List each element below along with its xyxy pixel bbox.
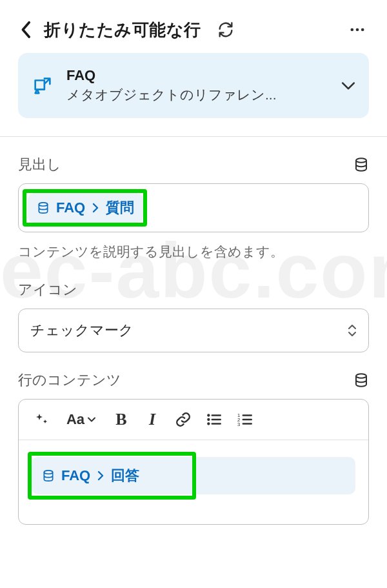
bold-icon: B	[115, 410, 126, 429]
chevron-right-icon	[92, 203, 99, 213]
svg-point-2	[361, 28, 364, 32]
more-horizontal-icon	[348, 21, 366, 39]
bullet-list-icon	[206, 411, 223, 428]
database-icon	[42, 469, 55, 482]
link-icon	[175, 411, 192, 428]
content-dynamic-pill[interactable]: FAQ 回答	[32, 457, 355, 494]
sparkle-icon	[34, 412, 49, 427]
select-chevrons-icon	[348, 324, 357, 337]
metaobject-reference-card[interactable]: FAQ メタオブジェクトのリファレン...	[18, 53, 369, 118]
bold-button[interactable]: B	[108, 406, 135, 433]
pill-source: FAQ	[56, 199, 85, 216]
svg-point-8	[207, 422, 210, 425]
italic-icon: I	[149, 410, 155, 429]
svg-point-6	[207, 414, 210, 416]
richtext-toolbar: Aa B I 123	[19, 400, 368, 440]
metaobject-icon	[32, 75, 54, 97]
paragraph-style-button[interactable]: Aa	[59, 406, 104, 433]
svg-point-1	[356, 28, 359, 32]
database-icon	[353, 372, 369, 388]
bullet-list-button[interactable]	[201, 406, 228, 433]
icon-field: アイコン チェックマーク	[18, 280, 369, 352]
svg-point-12	[44, 470, 52, 473]
svg-point-3	[356, 158, 366, 162]
content-field: 行のコンテンツ Aa B I	[18, 370, 369, 525]
icon-select[interactable]: チェックマーク	[18, 309, 369, 352]
icon-label: アイコン	[18, 280, 77, 299]
database-icon	[37, 201, 50, 214]
chevron-down-icon	[87, 416, 96, 423]
heading-input[interactable]: FAQ 質問	[18, 183, 369, 232]
richtext-editor: Aa B I 123 FAQ	[18, 399, 369, 525]
reference-title: FAQ	[66, 66, 328, 85]
pill-source: FAQ	[61, 467, 90, 484]
panel-title: 折りたたみ可能な行	[44, 19, 201, 41]
numbered-list-icon: 123	[237, 411, 253, 428]
link-button[interactable]	[170, 406, 197, 433]
icon-select-value: チェックマーク	[30, 321, 134, 340]
italic-button[interactable]: I	[139, 406, 166, 433]
heading-field: 見出し FAQ 質問 コンテンツを説明する見出しを含めます。	[18, 155, 369, 262]
ai-sparkle-button[interactable]	[28, 406, 55, 433]
heading-dynamic-source-button[interactable]	[353, 157, 369, 172]
content-label: 行のコンテンツ	[18, 370, 121, 390]
heading-dynamic-pill[interactable]: FAQ 質問	[28, 193, 143, 223]
svg-point-0	[351, 28, 354, 32]
heading-help-text: コンテンツを説明する見出しを含めます。	[18, 241, 369, 262]
richtext-body[interactable]: FAQ 回答	[19, 440, 368, 524]
numbered-list-button[interactable]: 123	[232, 406, 259, 433]
heading-label: 見出し	[18, 155, 61, 174]
panel-header: 折りたたみ可能な行	[18, 0, 369, 53]
settings-panel: 折りたたみ可能な行 FAQ メタオブジェクトのリファレン... 見出し	[0, 0, 387, 543]
chevron-right-icon	[97, 471, 104, 481]
svg-text:3: 3	[237, 421, 240, 427]
more-actions-button[interactable]	[346, 18, 369, 41]
text-style-icon: Aa	[66, 411, 84, 428]
svg-point-7	[207, 418, 210, 420]
sync-icon	[217, 21, 235, 39]
chevron-left-icon	[21, 21, 32, 39]
svg-point-4	[39, 203, 47, 206]
sync-button[interactable]	[214, 18, 237, 41]
reference-expand[interactable]	[341, 79, 355, 93]
divider	[0, 136, 387, 137]
chevron-down-icon	[341, 79, 355, 93]
pill-field: 質問	[106, 198, 134, 218]
svg-point-5	[356, 374, 366, 378]
content-dynamic-source-button[interactable]	[353, 372, 369, 388]
back-button[interactable]	[18, 18, 35, 41]
database-icon	[353, 157, 369, 172]
reference-subtitle: メタオブジェクトのリファレン...	[66, 85, 328, 105]
pill-field: 回答	[111, 466, 139, 485]
